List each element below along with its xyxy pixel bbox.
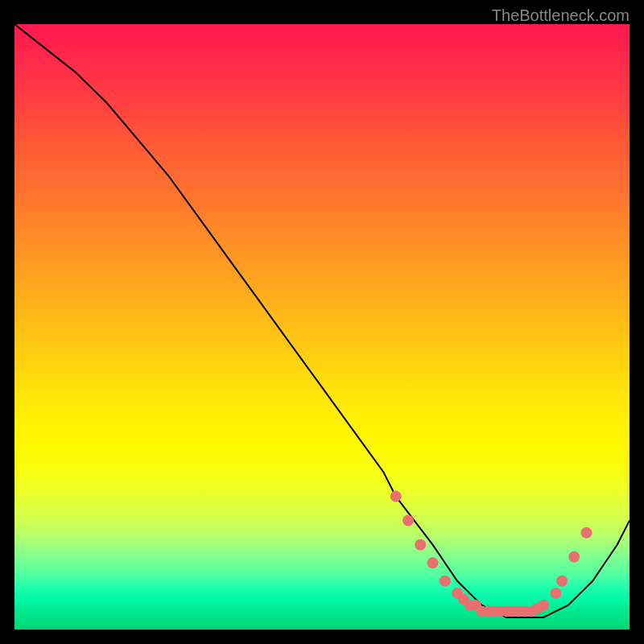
data-point	[440, 576, 451, 587]
data-point	[415, 539, 426, 551]
chart-container	[14, 24, 630, 630]
data-point	[556, 576, 568, 587]
data-point	[402, 515, 414, 526]
data-point	[427, 557, 439, 568]
data-point	[390, 491, 402, 502]
data-point	[568, 551, 580, 563]
data-point	[550, 588, 561, 599]
data-point	[538, 600, 549, 611]
chart-svg	[14, 24, 630, 630]
attribution-text: TheBottleneck.com	[492, 6, 630, 25]
bottleneck-curve	[14, 24, 630, 617]
data-point	[581, 527, 592, 539]
